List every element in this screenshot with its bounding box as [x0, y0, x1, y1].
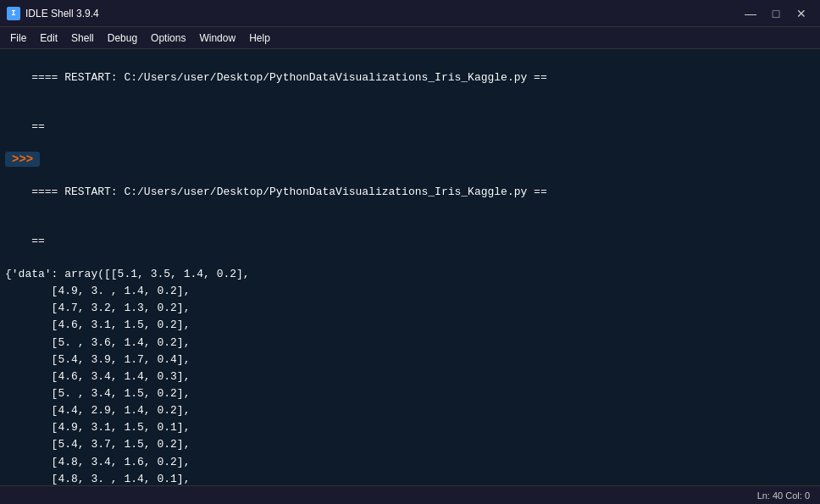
menu-item-debug[interactable]: Debug	[101, 30, 144, 47]
menu-item-options[interactable]: Options	[144, 30, 192, 47]
menu-item-file[interactable]: File	[3, 30, 33, 47]
status-text: Ln: 40 Col: 0	[757, 490, 810, 501]
menu-item-window[interactable]: Window	[192, 30, 242, 47]
menu-bar: FileEditShellDebugOptionsWindowHelp	[0, 27, 820, 49]
close-button[interactable]: ✕	[790, 5, 813, 22]
minimize-button[interactable]: —	[739, 5, 762, 22]
restart-line-2: ==== RESTART: C:/Users/user/Desktop/Pyth…	[5, 167, 815, 217]
menu-item-edit[interactable]: Edit	[33, 30, 64, 47]
prompt-indicator: >>>	[5, 152, 40, 167]
status-bar: Ln: 40 Col: 0	[0, 485, 820, 504]
shell-content: ==== RESTART: C:/Users/user/Desktop/Pyth…	[0, 49, 820, 485]
window-controls: — □ ✕	[739, 5, 813, 22]
restart-equals-1: ==	[5, 102, 815, 152]
window-title: IDLE Shell 3.9.4	[25, 8, 99, 19]
output-text: {'data': array([[5.1, 3.5, 1.4, 0.2], [4…	[5, 266, 815, 485]
prompt-line: >>>	[5, 152, 815, 167]
app-icon: I	[7, 7, 20, 20]
menu-item-shell[interactable]: Shell	[64, 30, 101, 47]
menu-item-help[interactable]: Help	[242, 30, 277, 47]
title-bar: I IDLE Shell 3.9.4 — □ ✕	[0, 0, 820, 27]
restart-line-1: ==== RESTART: C:/Users/user/Desktop/Pyth…	[5, 53, 815, 102]
restart-equals-2: ==	[5, 217, 815, 267]
title-left: I IDLE Shell 3.9.4	[7, 7, 99, 20]
maximize-button[interactable]: □	[764, 5, 788, 22]
